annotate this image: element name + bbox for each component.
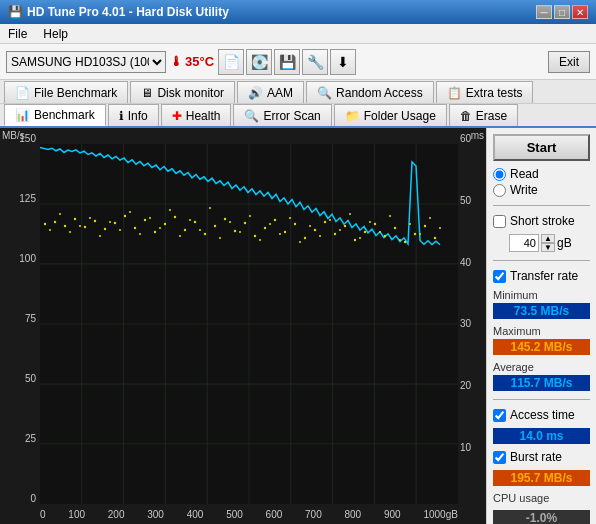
tab-extra-tests[interactable]: 📋 Extra tests xyxy=(436,81,534,103)
svg-point-16 xyxy=(54,221,56,223)
svg-point-68 xyxy=(179,235,181,237)
save-icon[interactable]: 💾 xyxy=(274,49,300,75)
access-time-checkbox[interactable] xyxy=(493,409,506,422)
start-button[interactable]: Start xyxy=(493,134,590,161)
gb-label: gB xyxy=(557,236,572,250)
svg-point-85 xyxy=(349,213,351,215)
tools-icon[interactable]: 🔧 xyxy=(302,49,328,75)
exit-button[interactable]: Exit xyxy=(548,51,590,73)
read-radio-label[interactable]: Read xyxy=(493,167,590,181)
svg-point-72 xyxy=(219,237,221,239)
x-label-400: 400 xyxy=(187,509,204,520)
read-label-text: Read xyxy=(510,167,539,181)
svg-point-20 xyxy=(94,220,96,222)
minimum-value: 73.5 MB/s xyxy=(493,303,590,319)
x-label-500: 500 xyxy=(226,509,243,520)
folder-usage-tab-icon: 📁 xyxy=(345,109,360,123)
transfer-rate-label-text: Transfer rate xyxy=(510,269,578,283)
tab-disk-monitor[interactable]: 🖥 Disk monitor xyxy=(130,81,235,103)
download-icon[interactable]: ⬇ xyxy=(330,49,356,75)
x-label-900: 900 xyxy=(384,509,401,520)
minimize-button[interactable]: ─ xyxy=(536,5,552,19)
transfer-rate-checkbox-label[interactable]: Transfer rate xyxy=(493,269,590,283)
svg-point-29 xyxy=(184,229,186,231)
y-left-label-125: 125 xyxy=(19,193,36,204)
svg-point-50 xyxy=(394,227,396,229)
svg-point-71 xyxy=(209,207,211,209)
maximum-label: Maximum xyxy=(493,325,590,337)
gb-spinner-input[interactable] xyxy=(509,234,539,252)
svg-point-45 xyxy=(344,225,346,227)
write-radio-label[interactable]: Write xyxy=(493,183,590,197)
y-axis-right: 60 50 40 30 20 10 xyxy=(458,128,486,504)
tab-health[interactable]: ✚ Health xyxy=(161,104,232,126)
svg-point-55 xyxy=(49,229,51,231)
menu-file[interactable]: File xyxy=(4,26,31,42)
tab-info[interactable]: ℹ Info xyxy=(108,104,159,126)
tab-folder-usage[interactable]: 📁 Folder Usage xyxy=(334,104,447,126)
tab-aam[interactable]: 🔊 AAM xyxy=(237,81,304,103)
tab-random-access[interactable]: 🔍 Random Access xyxy=(306,81,434,103)
health-tab-icon: ✚ xyxy=(172,109,182,123)
svg-point-77 xyxy=(269,223,271,225)
short-stroke-checkbox-label[interactable]: Short stroke xyxy=(493,214,590,228)
y-right-label-60: 60 xyxy=(460,133,471,144)
close-button[interactable]: ✕ xyxy=(572,5,588,19)
file-benchmark-tab-icon: 📄 xyxy=(15,86,30,100)
read-radio[interactable] xyxy=(493,168,506,181)
y-left-label-0: 0 xyxy=(30,493,36,504)
x-label-600: 600 xyxy=(266,509,283,520)
random-access-tab-label: Random Access xyxy=(336,86,423,100)
svg-point-64 xyxy=(139,233,141,235)
svg-point-74 xyxy=(239,231,241,233)
write-radio[interactable] xyxy=(493,184,506,197)
random-access-tab-icon: 🔍 xyxy=(317,86,332,100)
svg-point-86 xyxy=(359,237,361,239)
transfer-rate-checkbox[interactable] xyxy=(493,270,506,283)
svg-point-37 xyxy=(264,227,266,229)
erase-tab-label: Erase xyxy=(476,109,507,123)
window-controls: ─ □ ✕ xyxy=(536,5,588,19)
svg-point-75 xyxy=(249,215,251,217)
access-time-checkbox-label[interactable]: Access time xyxy=(493,408,590,422)
svg-point-84 xyxy=(339,229,341,231)
maximize-button[interactable]: □ xyxy=(554,5,570,19)
tab-erase[interactable]: 🗑 Erase xyxy=(449,104,518,126)
drive-selector[interactable]: SAMSUNG HD103SJ (1000 gB) xyxy=(6,51,166,73)
svg-point-89 xyxy=(389,215,391,217)
info-tab-label: Info xyxy=(128,109,148,123)
disk-monitor-icon[interactable]: 💽 xyxy=(246,49,272,75)
temperature-display: 🌡 35°C xyxy=(170,54,214,69)
svg-point-79 xyxy=(289,217,291,219)
y-right-label-20: 20 xyxy=(460,380,471,391)
svg-point-41 xyxy=(304,237,306,239)
x-label-200: 200 xyxy=(108,509,125,520)
svg-point-40 xyxy=(294,223,296,225)
tab-benchmark[interactable]: 📊 Benchmark xyxy=(4,104,106,126)
svg-point-31 xyxy=(204,233,206,235)
svg-point-91 xyxy=(409,223,411,225)
y-axis-left: 150 125 100 75 50 25 0 xyxy=(0,128,40,504)
svg-point-28 xyxy=(174,216,176,218)
spinner-down-button[interactable]: ▼ xyxy=(541,243,555,252)
divider-2 xyxy=(493,260,590,261)
tab-file-benchmark[interactable]: 📄 File Benchmark xyxy=(4,81,128,103)
short-stroke-checkbox[interactable] xyxy=(493,215,506,228)
spinner-up-button[interactable]: ▲ xyxy=(541,234,555,243)
svg-point-43 xyxy=(324,221,326,223)
y-left-label-75: 75 xyxy=(25,313,36,324)
x-label-100: 100 xyxy=(68,509,85,520)
divider-1 xyxy=(493,205,590,206)
burst-rate-checkbox-label[interactable]: Burst rate xyxy=(493,450,590,464)
tab-error-scan[interactable]: 🔍 Error Scan xyxy=(233,104,331,126)
burst-rate-checkbox[interactable] xyxy=(493,451,506,464)
minimum-label: Minimum xyxy=(493,289,590,301)
svg-point-70 xyxy=(199,229,201,231)
x-label-800: 800 xyxy=(345,509,362,520)
temperature-value: 35°C xyxy=(185,54,214,69)
menu-help[interactable]: Help xyxy=(39,26,72,42)
tab-row-1: 📄 File Benchmark 🖥 Disk monitor 🔊 AAM 🔍 … xyxy=(0,80,596,104)
info-tab-icon: ℹ xyxy=(119,109,124,123)
short-stroke-label-text: Short stroke xyxy=(510,214,575,228)
file-benchmark-icon[interactable]: 📄 xyxy=(218,49,244,75)
